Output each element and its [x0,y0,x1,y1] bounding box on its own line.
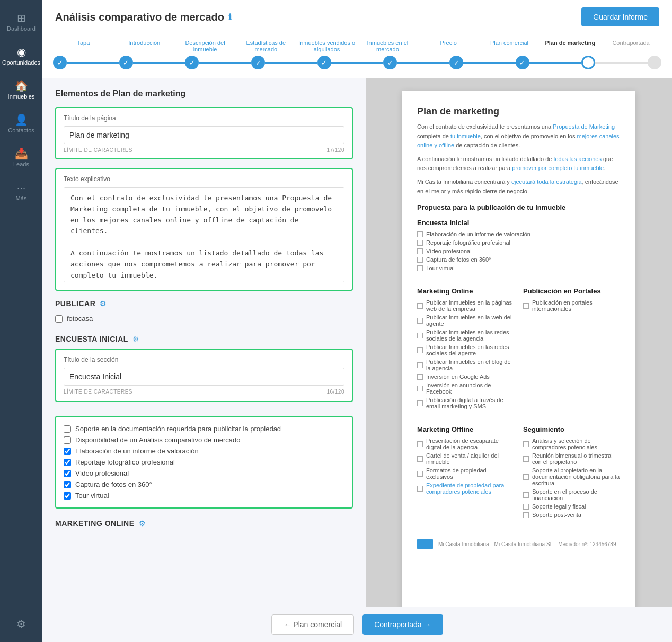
preview-check-box-0 [417,231,423,237]
step-line-0 [67,62,119,64]
step-label-5[interactable]: Inmuebles en el mercado [357,40,418,52]
info-icon[interactable]: ℹ [228,12,232,22]
texto-textarea[interactable]: Con el contrato de exclusividad te prese… [64,187,344,282]
texto-label: Texto explicativo [64,175,344,183]
header: Análisis comparativo de mercado ℹ Guarda… [42,0,672,34]
step-label-3[interactable]: Estadísticas de mercado [235,40,296,52]
encuesta-char-limit: LÍMITE DE CARACTERES 16/120 [64,389,344,395]
preview-mo-3: Publicar Inmuebles en las redes sociales… [417,343,515,358]
preview-off-0: Presentación de escaparate digital de la… [417,436,515,451]
sidebar-item-contactos[interactable]: 👤 Contactos [0,107,42,141]
left-panel: Elementos de Plan de marketing Título de… [42,78,366,642]
step-circle-6[interactable]: ✓ [449,56,463,69]
publicar-gear-icon[interactable]: ⚙ [100,299,107,308]
preview-company: Mi Casita Inmobiliaria [438,541,489,547]
step-circle-5[interactable]: ✓ [383,56,397,69]
step-circle-8[interactable] [581,56,595,69]
preview-two-col-marketing: Marketing Online Publicar Inmuebles en l… [417,280,621,411]
preview-seg-2: Soporte al propietario en la documentaci… [523,466,621,487]
preview-encuesta-title: Encuesta Inicial [417,219,621,227]
header-title-group: Análisis comparativo de mercado ℹ [55,11,232,23]
publicar-heading: PUBLICAR [55,299,95,308]
step-label-1[interactable]: Introducción [114,40,175,52]
step-circle-3[interactable]: ✓ [251,56,265,69]
save-button[interactable]: Guardar Informe [581,7,659,26]
preview-encuesta-0: Elaboración de un informe de valoración [417,230,621,238]
step-label-7[interactable]: Plan comercial [479,40,540,52]
main-content: Análisis comparativo de mercado ℹ Guarda… [42,0,672,642]
preview-mo-0: Publicar Inmuebles en la páginas web de … [417,298,515,313]
checkbox-5[interactable] [64,481,71,488]
step-circle-9[interactable] [648,56,661,69]
preview-encuesta-2: Vídeo profesional [417,247,621,255]
checkbox-3[interactable] [64,459,71,466]
step-label-6[interactable]: Precio [418,40,479,52]
sidebar-item-config[interactable]: ⚙ [0,611,42,637]
step-label-9[interactable]: Contraportada [600,40,661,52]
step-label-8[interactable]: Plan de marketing [540,40,600,52]
leads-icon: 📥 [15,148,28,159]
step-label-2[interactable]: Descripción del inmueble [175,40,236,52]
sidebar-item-inmuebles[interactable]: 🏠 Inmuebles [0,73,42,107]
preview-two-col-offline: Marketing Offline Presentación de escapa… [417,418,621,519]
preview-publicacion-title: Publicación en Portales [523,287,621,295]
marketing-online-header: Marketing Online ⚙ [55,519,353,528]
checkbox-2[interactable] [64,448,71,455]
preview-seg-3: Soporte en el proceso de financiación [523,487,621,502]
step-circle-0[interactable]: ✓ [53,56,67,69]
step-circle-1[interactable]: ✓ [119,56,133,69]
steps-circles: ✓ ✓ ✓ ✓ ✓ ✓ ✓ ✓ [53,56,661,69]
checkbox-0[interactable] [64,425,71,433]
step-label-4[interactable]: Inmuebles vendidos o alquilados [296,40,357,52]
marketing-online-section: Marketing Online ⚙ [55,519,353,528]
preview-seguimiento-col: Seguimiento Análisis y selección de comp… [523,418,621,519]
mas-icon: ··· [17,182,26,193]
page-title-input[interactable] [64,126,344,144]
encuesta-header: Encuesta Inicial ⚙ [55,335,353,343]
marketing-online-gear-icon[interactable]: ⚙ [139,519,146,528]
sidebar: ⊞ Dashboard ◉ Oportunidades 🏠 Inmuebles … [0,0,42,642]
step-label-0[interactable]: Tapa [53,40,114,52]
fotocasa-checkbox[interactable] [55,315,63,323]
checkbox-item-6: Tour virtual [64,490,344,501]
page-title-char-limit: LÍMITE DE CARACTERES 17/120 [64,147,344,153]
encuesta-gear-icon[interactable]: ⚙ [132,335,139,343]
sidebar-item-leads[interactable]: 📥 Leads [0,141,42,175]
encuesta-section-input[interactable] [64,368,344,386]
step-line-1 [133,62,185,64]
checkbox-item-1: Disponibilidad de un Análisis comparativ… [64,434,344,445]
preview-pub-0: Publicación en portales internacionales [523,298,621,313]
next-button[interactable]: Contraportada → [362,614,443,635]
sidebar-label-mas: Más [16,195,27,201]
preview-mo-4: Publicar Inmuebles en el blog de la agen… [417,358,515,372]
checkbox-4[interactable] [64,470,71,477]
section-title-label: Título de la sección [64,356,344,363]
checkbox-label-3: Reportaje fotográfico profesional [75,458,175,466]
checkbox-1[interactable] [64,436,71,444]
step-circle-2[interactable]: ✓ [185,56,199,69]
preview-marketing-online-title: Marketing Online [417,287,515,295]
preview-logo [417,539,433,549]
step-line-6 [463,62,516,64]
sidebar-item-dashboard[interactable]: ⊞ Dashboard [0,5,42,39]
step-line-7 [529,62,582,64]
fotocasa-item: fotocasa [55,313,353,324]
checkbox-6[interactable] [64,492,71,500]
preview-seg-0: Análisis y selección de compradores pote… [523,436,621,451]
step-circle-4[interactable]: ✓ [317,56,331,69]
preview-seg-5: Soporte post-venta [523,511,621,519]
checkbox-label-0: Soporte en la documentación requerida pa… [75,425,281,433]
step-line-8 [595,62,648,64]
back-button[interactable]: ← Plan comercial [271,614,354,635]
preview-mo-1: Publicar Inmuebles en la web del agente [417,313,515,328]
char-limit-label2: LÍMITE DE CARACTERES [64,389,132,395]
content-area: Elementos de Plan de marketing Título de… [42,78,672,642]
encuesta-title-field: Título de la sección LÍMITE DE CARACTERE… [55,349,353,402]
checkbox-label-4: Vídeo profesional [75,469,129,477]
marketing-online-heading: Marketing Online [55,519,135,528]
sidebar-item-mas[interactable]: ··· Más [0,175,42,209]
sidebar-item-oportunidades[interactable]: ◉ Oportunidades [0,39,42,73]
publicar-header: PUBLICAR ⚙ [55,299,353,308]
preview-intro3: Mi Casita Inmobiliaria concentrará y eje… [417,177,621,196]
step-circle-7[interactable]: ✓ [516,56,529,69]
